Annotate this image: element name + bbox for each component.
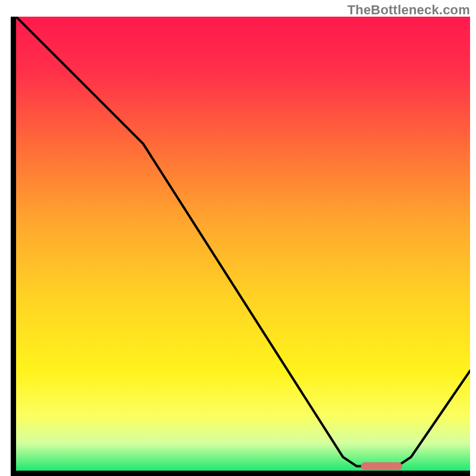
chart-stage: TheBottleneck.com [0, 0, 476, 476]
plot-area [11, 17, 470, 476]
plot-svg [16, 17, 470, 471]
watermark-text: TheBottleneck.com [347, 2, 470, 18]
optimal-range-marker [361, 462, 402, 469]
